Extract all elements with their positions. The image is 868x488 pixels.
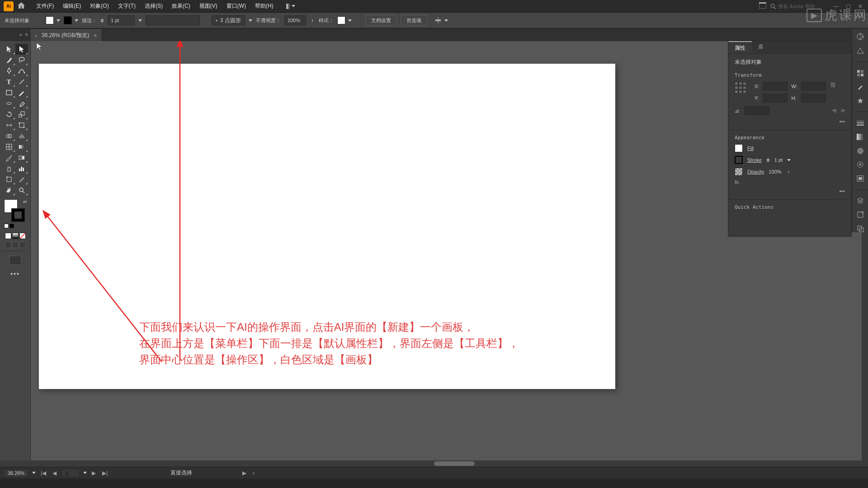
width-tool[interactable] [3,120,15,131]
eyedropper-tool[interactable] [3,152,15,163]
blend-tool[interactable] [15,152,28,163]
reference-point-grid[interactable] [735,82,746,94]
color-mode-solid[interactable] [5,233,11,239]
edit-toolbar[interactable]: ••• [10,270,20,277]
menu-file[interactable]: 文件(F) [32,0,58,12]
status-play-icon[interactable]: ▶ [241,470,248,476]
line-segment-tool[interactable] [15,76,28,87]
stroke-panel-icon[interactable] [856,119,865,127]
rectangle-tool[interactable] [3,87,15,98]
opacity-input[interactable] [284,15,306,25]
flip-vertical-icon[interactable]: ⟳ [841,108,845,114]
brush-dropdown[interactable] [249,19,252,22]
appearance-more-icon[interactable]: ••• [839,188,845,195]
slice-tool[interactable] [15,174,28,185]
stroke-stepper[interactable] [100,19,104,23]
color-mode-gradient[interactable] [12,233,19,239]
type-tool[interactable]: T [3,76,15,87]
stroke-color-swatch[interactable] [11,208,25,222]
stroke-dropdown[interactable] [138,19,142,22]
gradient-panel-icon[interactable] [856,133,865,141]
zoom-level[interactable]: 36.26% [4,469,28,477]
swap-fill-stroke-icon[interactable]: ⇄ [23,199,27,204]
lasso-tool[interactable] [15,55,28,66]
home-icon[interactable] [17,2,25,10]
opacity-popup[interactable]: › [786,169,791,174]
menu-edit[interactable]: 编辑(E) [58,0,85,12]
tab-properties[interactable]: 属性 [728,41,752,53]
stroke-swatch-control[interactable] [64,16,78,24]
stroke-dropdown-panel[interactable] [787,159,791,161]
tabbar-close-icon[interactable]: × [25,32,28,38]
symbol-sprayer-tool[interactable] [3,163,15,174]
shape-builder-tool[interactable] [3,131,15,141]
variable-width-profile[interactable] [146,15,200,25]
artboard-tool[interactable] [3,174,15,185]
preferences-button[interactable]: 首选项 [401,15,427,26]
color-mode-none[interactable] [19,233,26,239]
menu-select[interactable]: 选择(S) [140,0,167,12]
menu-window[interactable]: 窗口(W) [222,0,250,12]
swatches-panel-icon[interactable] [856,69,865,77]
column-graph-tool[interactable] [15,163,28,174]
selection-tool[interactable] [3,44,15,55]
appearance-panel-icon[interactable] [856,161,865,169]
magic-wand-tool[interactable] [3,55,15,66]
fill-label[interactable]: Fill [747,145,754,151]
document-setup-button[interactable]: 文档设置 [365,15,397,26]
screen-mode[interactable] [9,256,21,265]
free-transform-tool[interactable] [15,120,28,131]
stroke-swatch[interactable] [735,156,743,164]
workspace-switcher[interactable] [286,3,295,9]
curvature-tool[interactable] [15,66,28,76]
first-artboard-button[interactable]: |◀ [39,470,47,476]
next-artboard-button[interactable]: ▶ [90,470,97,476]
tab-libraries[interactable]: 库 [752,41,770,53]
layers-panel-icon[interactable] [856,197,865,205]
draw-behind[interactable] [12,242,19,248]
document-tab-close[interactable]: × [94,33,97,39]
stroke-label[interactable]: Stroke [747,157,762,163]
transform-more-icon[interactable]: ••• [839,119,845,125]
brushes-panel-icon[interactable] [856,83,865,91]
align-to[interactable] [434,17,448,24]
brush-definition[interactable]: • 3 点圆形 [212,15,245,25]
stroke-weight-input[interactable] [108,15,135,25]
artboard-number-input[interactable] [61,469,80,477]
color-guide-panel-icon[interactable] [856,47,865,55]
symbols-panel-icon[interactable] [856,97,865,105]
graphic-styles-panel-icon[interactable] [856,175,865,183]
menu-view[interactable]: 视图(V) [195,0,222,12]
fill-swatch-control[interactable] [46,16,60,24]
asset-export-panel-icon[interactable] [856,211,865,219]
opacity-label-panel[interactable]: Opacity [747,169,764,174]
fill-stroke-control[interactable]: ⇄ [4,199,27,222]
menu-type[interactable]: 文字(T) [113,0,140,12]
gradient-tool[interactable] [15,141,28,152]
shaper-tool[interactable] [3,98,15,109]
menu-effect[interactable]: 效果(C) [167,0,195,12]
pen-tool[interactable] [3,66,15,76]
rotate-tool[interactable] [3,109,15,120]
menu-object[interactable]: 对象(O) [85,0,113,12]
horizontal-scrollbar[interactable] [0,460,868,467]
fill-swatch[interactable] [735,144,743,152]
graphic-style[interactable] [337,16,352,24]
status-collapse-icon[interactable]: ‹ [251,470,256,476]
artboard-dropdown[interactable] [83,472,87,474]
tabbar-arrow-icon[interactable]: « [19,32,22,38]
transparency-panel-icon[interactable] [856,147,865,155]
draw-inside[interactable] [19,242,26,248]
opacity-popup-arrow[interactable]: › [310,17,315,23]
paintbrush-tool[interactable] [15,87,28,98]
panel-stroke-stepper[interactable] [766,158,770,162]
prev-artboard-button[interactable]: ◀ [51,470,58,476]
eraser-tool[interactable] [15,98,28,109]
hand-tool[interactable] [3,185,15,196]
scale-tool[interactable] [15,109,28,120]
zoom-dropdown[interactable] [32,472,36,474]
link-wh-icon[interactable]: ⛓ [830,82,836,88]
artboards-panel-icon[interactable] [856,225,865,232]
perspective-grid-tool[interactable] [15,131,28,141]
arrange-docs-icon[interactable] [759,2,766,10]
